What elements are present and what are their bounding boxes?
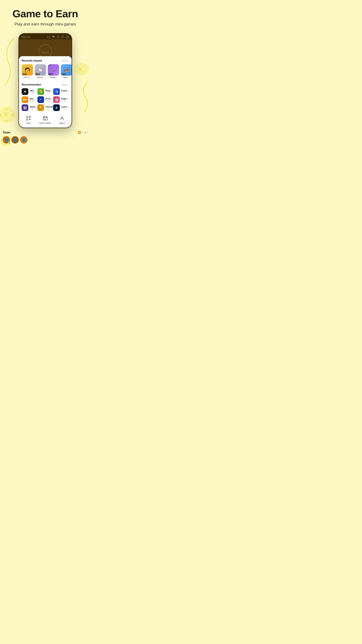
- game-name-hippo: Hippo ...: [63, 76, 70, 78]
- team-section: Team + re > 👤 ✓ 👤 👤: [0, 128, 90, 146]
- rec-row-1: ⊞ OKX ★ 3.5 🍕 Pizza R...: [22, 88, 69, 95]
- hero-title: Game to Earn: [5, 8, 85, 20]
- rec-icon-bee: Bee: [22, 96, 28, 103]
- svg-rect-15: [29, 116, 30, 118]
- event-center-label: Event Center: [39, 122, 51, 124]
- phone-frame: Bee.com 0%: [18, 33, 72, 128]
- team-title: Team: [3, 131, 10, 134]
- rec-icon-yescoin: 🏆: [37, 104, 44, 111]
- game-card-aavego[interactable]: 👾 ★ 4.1 Aavego...: [48, 64, 59, 78]
- scan-icon-wrap: [25, 115, 31, 121]
- game-name-onelo: One Lo...: [23, 76, 31, 78]
- rec-icon-lorenz: ◈: [53, 104, 60, 111]
- plus-square-icon: [66, 36, 69, 38]
- rec-row-2: Bee Bee Ne... ★ 4.0 4E 4e Glob...: [22, 96, 69, 103]
- phone-icons: 0%: [47, 36, 69, 38]
- game-rating-upland: ★ 4.2: [35, 73, 40, 75]
- recently-played-row: 🧑 ★ 4.3 One Lo... 🦙 ★ 4.2: [22, 64, 69, 78]
- team-check-1: ✓: [8, 142, 10, 144]
- rec-info-enijin: Enijin S... ★ 2.3: [61, 98, 69, 102]
- rec-icon-coinlive: ◑: [53, 88, 60, 95]
- game-rating-aavego: ★ 4.1: [48, 73, 53, 75]
- rec-icon-4e: 4E: [37, 96, 44, 103]
- balance-label: Balance: [41, 52, 49, 54]
- space-label: Space: [59, 122, 65, 124]
- rec-item-okx[interactable]: ⊞ OKX ★ 3.5: [22, 88, 37, 95]
- bottom-sheet: Recently played More > 🧑 ★ 4.3 One Lo...: [19, 56, 71, 128]
- game-icon-onelo: 🧑 ★ 4.3: [22, 64, 33, 76]
- svg-point-26: [61, 116, 63, 118]
- game-card-hippo[interactable]: 🦛 ★ 4.3 Hippo ...: [61, 64, 72, 78]
- rec-rating-4e: ★ 2.5: [45, 100, 53, 102]
- rec-item-pizza[interactable]: 🍕 Pizza R... ★ --: [37, 88, 53, 95]
- recommended-more[interactable]: More >: [62, 84, 69, 86]
- phone-mockup: Bee.com 0%: [0, 33, 90, 128]
- rec-item-enijin[interactable]: ◎ Enijin S... ★ 2.3: [53, 96, 69, 103]
- game-card-upland[interactable]: 🦙 ★ 4.2 Upland...: [35, 64, 46, 78]
- rec-rating-yescoin: ★ 1.5: [45, 108, 53, 110]
- svg-text:0%: 0%: [53, 36, 54, 37]
- game-icon-hippo: 🦛 ★ 4.3: [61, 64, 72, 76]
- game-icon-upland: 🦙 ★ 4.2: [35, 64, 46, 76]
- rec-rating-enijin: ★ 2.3: [61, 100, 69, 102]
- scan-label: Scan: [26, 122, 31, 124]
- rec-row-3: 🐹 Hamat... ★ 1.6 🏆 Yescoin: [22, 104, 69, 111]
- team-avatar-1[interactable]: 👤 ✓: [3, 136, 10, 144]
- chat-icon: [61, 36, 64, 38]
- rec-rating-coinlive: ★ --: [61, 92, 69, 94]
- game-card-onelo[interactable]: 🧑 ★ 4.3 One Lo...: [22, 64, 33, 78]
- rec-icon-okx: ⊞: [22, 88, 28, 95]
- hero-subtitle: Play and earn through mini-games: [5, 22, 85, 26]
- rec-info-4e: 4e Glob... ★ 2.5: [45, 98, 53, 102]
- space-action[interactable]: Space: [59, 115, 65, 124]
- rec-info-yescoin: Yescoin ★ 1.5: [45, 106, 53, 110]
- recommended-title: Recommended: [22, 83, 41, 86]
- rec-rating-bee: ★ 4.0: [30, 100, 37, 102]
- team-more[interactable]: + re >: [77, 130, 88, 134]
- rec-item-lorenz[interactable]: ◈ Lorenz... ★ 1.8: [53, 104, 69, 111]
- scan-action[interactable]: Scan: [25, 115, 31, 124]
- space-icon: [59, 116, 64, 121]
- game-rating-onelo: ★ 4.3: [22, 73, 27, 75]
- recently-played-title: Recently played: [22, 59, 42, 62]
- game-rating-hippo: ★ 4.3: [61, 73, 66, 75]
- rec-item-bee[interactable]: Bee Bee Ne... ★ 4.0: [22, 96, 37, 103]
- hero-section: Game to Earn Play and earn through mini-…: [0, 0, 90, 30]
- team-avatar-3[interactable]: 👤: [20, 136, 27, 144]
- phone-screen-bg: Balance: [19, 40, 71, 56]
- plus-circle-icon: [77, 130, 81, 134]
- game-icon-aavego: 👾 ★ 4.1: [48, 64, 59, 76]
- rec-item-coinlive[interactable]: ◑ Coinlive ★ --: [53, 88, 69, 95]
- action-bar: Scan Event Center: [22, 114, 69, 125]
- svg-rect-14: [26, 116, 28, 118]
- team-avatars: 👤 ✓ 👤 👤: [3, 136, 88, 144]
- recently-played-more[interactable]: More >: [62, 60, 69, 62]
- team-more-label: + re >: [82, 131, 88, 134]
- divider: [22, 81, 69, 81]
- rec-item-yescoin[interactable]: 🏆 Yescoin ★ 1.5: [37, 104, 53, 111]
- rec-rating-okx: ★ 3.5: [30, 92, 34, 94]
- rec-item-hamat[interactable]: 🐹 Hamat... ★ 1.6: [22, 104, 37, 111]
- team-header: Team + re >: [3, 130, 88, 134]
- rec-rating-pizza: ★ --: [45, 92, 53, 94]
- phone-url: Bee.com: [22, 36, 30, 38]
- bell-icon: [47, 36, 50, 38]
- recommended-header: Recommended More >: [22, 83, 69, 86]
- svg-rect-16: [26, 119, 28, 120]
- game-name-upland: Upland...: [37, 76, 44, 78]
- svg-rect-20: [43, 117, 47, 120]
- shield-icon: [56, 36, 59, 38]
- phone-circle-deco: [38, 44, 52, 58]
- recommended-list: ⊞ OKX ★ 3.5 🍕 Pizza R...: [22, 88, 69, 111]
- recently-played-header: Recently played More >: [22, 59, 69, 62]
- rec-info-hamat: Hamat... ★ 1.6: [30, 106, 37, 110]
- team-avatar-2[interactable]: 👤: [11, 136, 19, 144]
- phone-status-bar: Bee.com 0%: [19, 34, 71, 40]
- event-center-action[interactable]: Event Center: [39, 115, 51, 124]
- event-center-icon-wrap: [42, 115, 48, 121]
- game-name-aavego: Aavego...: [50, 76, 57, 78]
- space-icon-wrap: [59, 115, 65, 121]
- rec-info-okx: OKX ★ 3.5: [30, 90, 34, 94]
- rec-item-4e[interactable]: 4E 4e Glob... ★ 2.5: [37, 96, 53, 103]
- trophy-icon: 0%: [52, 36, 55, 38]
